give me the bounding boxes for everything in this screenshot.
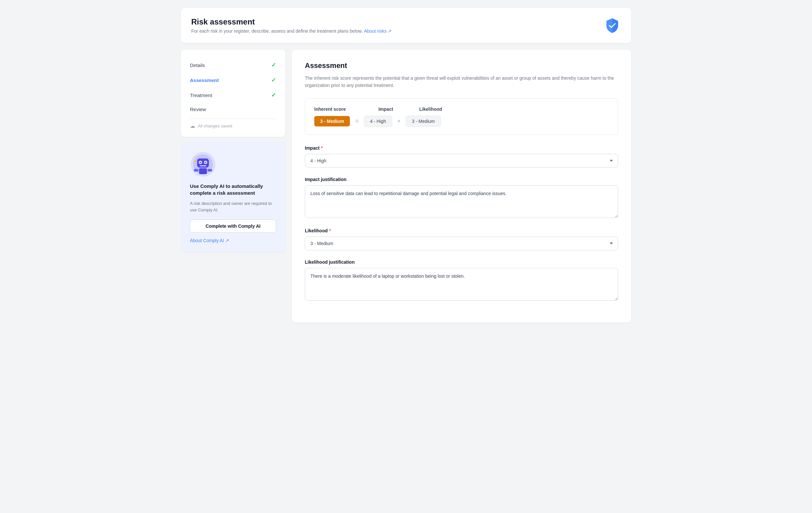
svg-rect-10 — [208, 169, 212, 171]
header-text: Risk assessment For each risk in your re… — [191, 17, 392, 34]
nav-label-treatment: Treatment — [190, 92, 212, 98]
likelihood-field-group: Likelihood * 1 - Very Low 2 - Low 3 - Me… — [305, 228, 618, 250]
sidebar-item-treatment[interactable]: Treatment ✓ — [190, 87, 276, 103]
svg-point-5 — [200, 162, 201, 163]
sidebar: Details ✓ Assessment ✓ Treatment ✓ Revie… — [181, 50, 285, 252]
svg-point-12 — [193, 157, 195, 159]
likelihood-field-label: Likelihood * — [305, 228, 618, 233]
impact-field-group: Impact * 1 - Very Low 2 - Low 3 - Medium… — [305, 145, 618, 168]
ai-card: Use Comply AI to automatically complete … — [181, 142, 285, 252]
saved-status: ☁ All changes saved — [190, 122, 276, 129]
svg-rect-9 — [194, 169, 198, 171]
nav-label-details: Details — [190, 62, 205, 68]
svg-point-6 — [205, 162, 207, 163]
impact-select[interactable]: 1 - Very Low 2 - Low 3 - Medium 4 - High… — [305, 154, 618, 168]
equals-sign: = — [355, 118, 359, 125]
about-comply-ai-link[interactable]: About Comply AI ↗ — [190, 238, 276, 243]
nav-label-review: Review — [190, 107, 206, 112]
score-box: Inherent score Impact Likelihood 3 - Med… — [305, 98, 618, 135]
sidebar-item-assessment[interactable]: Assessment ✓ — [190, 73, 276, 87]
nav-label-assessment: Assessment — [190, 77, 219, 83]
impact-justification-group: Impact justification Loss of sensitive d… — [305, 177, 618, 219]
header-description: For each risk in your register, describe… — [191, 28, 392, 34]
about-risks-link[interactable]: About risks — [364, 28, 386, 34]
likelihood-justification-group: Likelihood justification There is a mode… — [305, 260, 618, 302]
impact-required: * — [321, 145, 322, 151]
main-layout: Details ✓ Assessment ✓ Treatment ✓ Revie… — [181, 50, 631, 323]
impact-score-label: Impact — [378, 107, 393, 112]
shield-icon — [604, 17, 621, 34]
saved-text: All changes saved — [198, 124, 232, 128]
ai-card-heading: Use Comply AI to automatically complete … — [190, 183, 276, 196]
svg-point-13 — [196, 157, 197, 158]
page-title: Risk assessment — [191, 17, 392, 26]
content-area: Assessment The inherent risk score repre… — [292, 50, 631, 323]
likelihood-score-pill: 3 - Medium — [406, 116, 441, 127]
multiply-sign: × — [398, 118, 401, 124]
check-icon-treatment: ✓ — [271, 91, 276, 99]
sidebar-item-review[interactable]: Review — [190, 103, 276, 116]
assessment-description: The inherent risk score represents the p… — [305, 75, 618, 89]
likelihood-justification-textarea[interactable]: There is a moderate likelihood of a lapt… — [305, 268, 618, 301]
complete-with-ai-button[interactable]: Complete with Comply AI — [190, 220, 276, 233]
inherent-score-label: Inherent score — [314, 107, 346, 112]
svg-point-11 — [194, 160, 196, 162]
score-labels-row: Inherent score Impact Likelihood — [314, 107, 609, 112]
impact-field-label: Impact * — [305, 145, 618, 151]
ai-card-description: A risk description and owner are require… — [190, 200, 276, 213]
likelihood-justification-label: Likelihood justification — [305, 260, 618, 265]
assessment-title: Assessment — [305, 61, 618, 70]
cloud-icon: ☁ — [190, 123, 195, 129]
inherent-score-badge: 3 - Medium — [314, 116, 350, 127]
impact-score-pill: 4 - High — [364, 116, 392, 127]
likelihood-score-label: Likelihood — [419, 107, 442, 112]
svg-rect-8 — [199, 168, 207, 174]
ai-robot-icon — [190, 151, 216, 178]
nav-card: Details ✓ Assessment ✓ Treatment ✓ Revie… — [181, 50, 285, 137]
header-card: Risk assessment For each risk in your re… — [181, 8, 631, 43]
likelihood-select[interactable]: 1 - Very Low 2 - Low 3 - Medium 4 - High… — [305, 237, 618, 250]
impact-justification-label: Impact justification — [305, 177, 618, 182]
nav-divider — [190, 118, 276, 119]
svg-rect-7 — [200, 165, 206, 166]
sidebar-item-details[interactable]: Details ✓ — [190, 57, 276, 73]
impact-justification-textarea[interactable]: Loss of sensitive data can lead to repet… — [305, 185, 618, 218]
check-icon-details: ✓ — [271, 61, 276, 69]
score-values-row: 3 - Medium = 4 - High × 3 - Medium — [314, 116, 609, 127]
likelihood-required: * — [329, 228, 330, 233]
check-icon-assessment: ✓ — [271, 77, 276, 84]
